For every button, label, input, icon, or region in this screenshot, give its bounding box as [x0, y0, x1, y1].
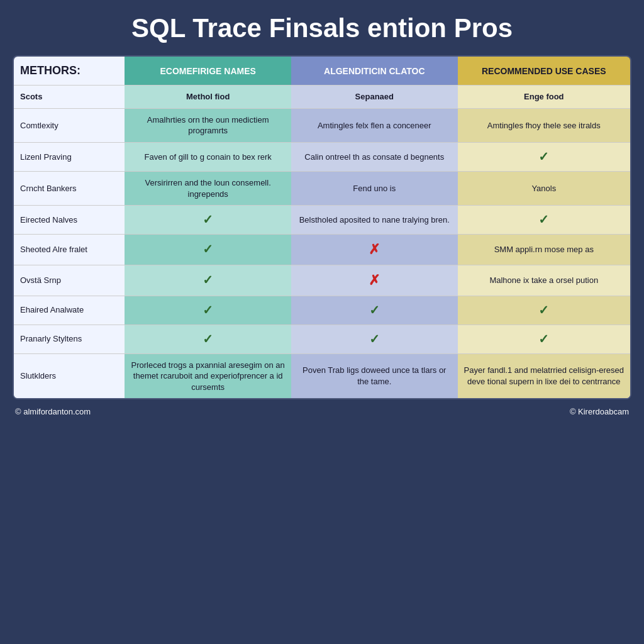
table-row: Comtlexity: [14, 108, 125, 142]
table-row: Sheoted Alre fralet: [14, 235, 125, 265]
comparison-table: METHORS: ECOMEFIRIGE NAMES ALGENDITICIN …: [13, 55, 631, 399]
footer: © almifordanton.com © Kirerdoabcam: [13, 407, 631, 416]
footer-left: © almifordanton.com: [15, 407, 91, 416]
page-title: SQL Trace Finsals ention Pros: [131, 13, 513, 44]
table-row: Lizenl Praving: [14, 143, 125, 172]
table-row: Crncht Bankers: [14, 172, 125, 206]
table-row: Ehaired Analwate: [14, 296, 125, 325]
header-algen: ALGENDITICIN CLATOC: [291, 57, 458, 86]
footer-right: © Kirerdoabcam: [570, 407, 629, 416]
header-ecome: ECOMEFIRIGE NAMES: [125, 57, 291, 86]
table-row: Ovstä Srnp: [14, 265, 125, 296]
header-recommended: RECOMMENDED USE CASES: [458, 57, 630, 86]
table-row: Eirected Nalves: [14, 206, 125, 235]
header-methods: METHORS:: [14, 57, 125, 86]
table-row: Slutklders: [14, 353, 125, 398]
table-row: Scots: [14, 86, 125, 109]
table-row: Pranarly Styltens: [14, 325, 125, 353]
